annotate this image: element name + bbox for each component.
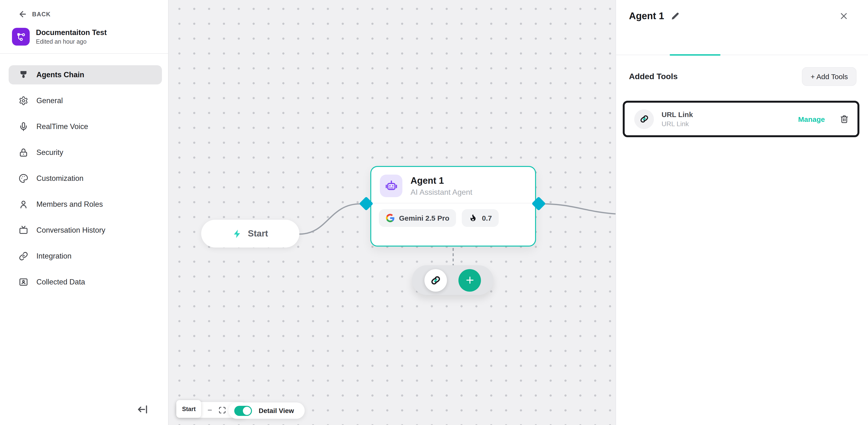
fit-view-icon[interactable]: [219, 406, 226, 414]
link-icon: [634, 109, 654, 129]
sidebar-item-general[interactable]: General: [9, 91, 162, 110]
temperature-chip-label: 0.7: [482, 214, 492, 222]
sidebar-item-collected-data[interactable]: Collected Data: [9, 273, 162, 292]
sidebar-item-conversation-history[interactable]: Conversation History: [9, 221, 162, 240]
add-tools-button[interactable]: + Add Tools: [802, 67, 857, 86]
plus-icon: [464, 275, 475, 285]
tv-icon: [19, 225, 28, 235]
sidebar-item-label: RealTime Voice: [36, 122, 88, 131]
panel-header: Agent 1: [616, 0, 868, 22]
start-node-label: Start: [248, 228, 268, 239]
sidebar-item-label: Agents Chain: [36, 70, 84, 79]
microphone-icon: [19, 122, 28, 132]
minus-icon[interactable]: [207, 407, 213, 413]
user-icon: [19, 200, 28, 209]
sidebar-item-integration[interactable]: Integration: [9, 247, 162, 266]
sidebar-item-label: Collected Data: [36, 278, 85, 286]
detail-view-control: Detail View: [228, 402, 304, 419]
arrow-left-icon: [18, 9, 27, 19]
agent-node-subtitle: AI Assistant Agent: [410, 188, 472, 196]
edge-start-to-agent: [300, 204, 360, 234]
detail-view-toggle[interactable]: [234, 405, 252, 416]
back-label: BACK: [32, 11, 51, 18]
start-node[interactable]: Start: [201, 220, 300, 248]
google-icon: [385, 214, 395, 223]
panel-tabs: [616, 33, 868, 55]
tool-card-url-link[interactable]: URL Link URL Link Manage: [623, 101, 859, 137]
sidebar: BACK Documentaiton Test Edited an hour a…: [0, 0, 168, 425]
sidebar-item-customization[interactable]: Customization: [9, 169, 162, 188]
link-tool-button[interactable]: [425, 269, 447, 291]
brush-icon: [19, 70, 28, 80]
chain-icon: [19, 251, 28, 261]
tool-name: URL Link: [661, 110, 693, 118]
sidebar-item-agents-chain[interactable]: Agents Chain: [9, 65, 162, 84]
detail-view-label: Detail View: [259, 407, 294, 415]
gear-icon: [19, 96, 28, 106]
agent-attachment-bar: [412, 265, 493, 295]
edit-pencil-icon[interactable]: [671, 12, 680, 20]
edge-agent-to-right: [545, 204, 616, 214]
workflow-icon: [12, 28, 30, 46]
id-card-icon: [19, 277, 28, 287]
trash-icon[interactable]: [840, 114, 849, 123]
model-chip[interactable]: Gemini 2.5 Pro: [379, 209, 456, 227]
tools-list: URL Link URL Link Manage: [616, 101, 868, 137]
collapse-sidebar-icon[interactable]: [136, 403, 149, 416]
robot-icon: [380, 175, 402, 197]
lock-icon: [19, 148, 28, 157]
flame-icon: [468, 214, 477, 223]
minimap-start-node[interactable]: Start: [176, 400, 202, 418]
model-chip-label: Gemini 2.5 Pro: [399, 214, 449, 222]
panel-title: Agent 1: [629, 10, 664, 22]
temperature-chip[interactable]: 0.7: [462, 209, 499, 227]
sidebar-item-realtime-voice[interactable]: RealTime Voice: [9, 117, 162, 136]
toggle-knob: [243, 406, 251, 415]
sidebar-item-security[interactable]: Security: [9, 143, 162, 162]
project-header: Documentaiton Test Edited an hour ago: [0, 19, 168, 53]
sidebar-item-members-and-roles[interactable]: Members and Roles: [9, 195, 162, 214]
active-tab-underline: [670, 54, 720, 56]
sidebar-item-label: Members and Roles: [36, 200, 103, 209]
agent-settings-panel: Agent 1 Added Tools + Add Tools URL Link…: [616, 0, 868, 425]
close-icon[interactable]: [839, 11, 849, 21]
tool-type: URL Link: [661, 120, 693, 128]
project-title: Documentaiton Test: [36, 28, 107, 37]
sidebar-item-label: Customization: [36, 174, 83, 183]
tool-manage-link[interactable]: Manage: [798, 115, 825, 123]
added-tools-header: Added Tools + Add Tools: [616, 55, 868, 86]
sidebar-item-label: General: [36, 96, 63, 105]
sidebar-item-label: Conversation History: [36, 226, 105, 234]
bolt-icon: [232, 229, 243, 239]
flow-canvas[interactable]: Start Agent 1 AI Assistant Agent Gemini …: [168, 0, 616, 425]
add-tool-button[interactable]: [459, 269, 481, 291]
app-root: BACK Documentaiton Test Edited an hour a…: [0, 0, 868, 425]
back-button[interactable]: BACK: [0, 0, 168, 19]
agent-node-header: Agent 1 AI Assistant Agent: [371, 167, 535, 203]
agent-node[interactable]: Agent 1 AI Assistant Agent Gemini 2.5 Pr…: [370, 166, 536, 247]
agent-node-footer: Gemini 2.5 Pro 0.7: [371, 203, 535, 233]
sidebar-nav: Agents Chain General RealTime Voice Secu…: [0, 54, 168, 292]
palette-icon: [19, 174, 28, 183]
added-tools-heading: Added Tools: [629, 72, 802, 81]
sidebar-item-label: Integration: [36, 252, 72, 260]
agent-node-title: Agent 1: [410, 175, 472, 186]
sidebar-item-label: Security: [36, 148, 63, 157]
project-subtitle: Edited an hour ago: [36, 38, 107, 45]
